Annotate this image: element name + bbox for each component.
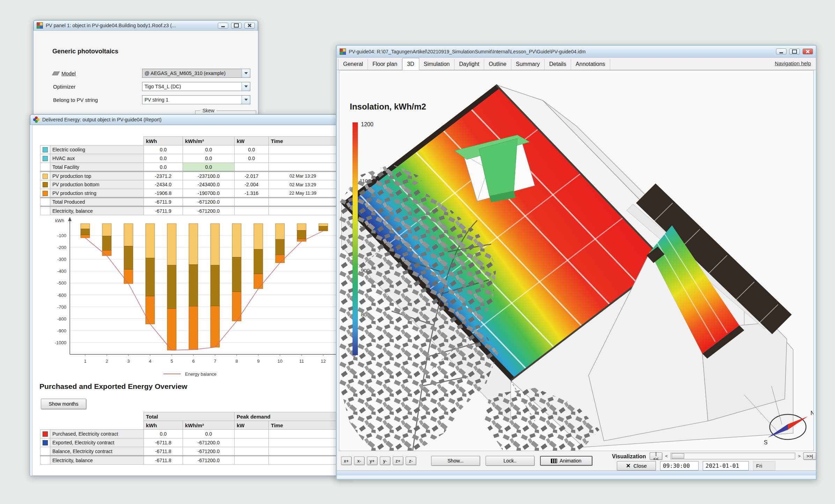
optimizer-label: Optimizer (53, 84, 142, 90)
svg-text:4: 4 (149, 359, 151, 364)
report-icon (33, 116, 39, 123)
report-body: kWh kWh/m² kW Time Electric cooling 0.0 … (32, 125, 350, 476)
tab-floor-plan[interactable]: Floor plan (368, 59, 402, 70)
close-visualization-button[interactable]: ✕ Close (617, 461, 656, 471)
pv-string-combobox[interactable]: PV string 1 (142, 95, 250, 104)
date-field[interactable]: 2021-01-01 (703, 461, 749, 471)
navigation-help-link[interactable]: Navigation help (775, 60, 811, 66)
table-row: PV production string -1906.8 -190700.0 -… (40, 189, 337, 198)
minimize-button[interactable] (776, 48, 786, 54)
model-combobox[interactable]: @ AEGAS_AS_M605_310 (example) (142, 69, 250, 78)
pv-model-icon (52, 72, 60, 75)
animation-button[interactable]: Animation (540, 456, 592, 466)
svg-text:6: 6 (192, 359, 194, 364)
time-next-arrow[interactable]: > (797, 453, 802, 459)
svg-text:S: S (764, 439, 768, 445)
insolation-label: Insolation, kWh/m2 (350, 102, 426, 111)
pv-window-icon (37, 22, 43, 29)
tab-annotations[interactable]: Annotations (571, 59, 610, 70)
chevron-down-icon[interactable] (242, 69, 250, 77)
svg-text:2: 2 (105, 359, 108, 364)
rotate-y-minus-button[interactable]: y- (380, 457, 390, 465)
visualization-panel: Visualization |<< < > >>| ✕ Close 09:30:… (612, 452, 814, 470)
model-label[interactable]: Model (61, 70, 76, 76)
delivered-energy-table: kWh kWh/m² kW Time Electric cooling 0.0 … (40, 136, 337, 215)
series-swatch (43, 440, 48, 445)
window-bottom-border (337, 471, 816, 475)
svg-text:-600: -600 (57, 293, 66, 298)
svg-text:-700: -700 (57, 304, 66, 310)
svg-text:N: N (811, 410, 814, 416)
series-swatch (43, 182, 48, 187)
table-row: Balance, Electricity contract -6711.8 -6… (40, 447, 337, 456)
skew-label: Skew (200, 108, 216, 113)
tab-summary[interactable]: Summary (511, 59, 545, 70)
time-slider-thumb[interactable] (672, 453, 684, 459)
tab-details[interactable]: Details (545, 59, 571, 70)
lock-button[interactable]: Lock.. (486, 456, 534, 466)
delivered-energy-chart: -100-200-300-400-500-600-700-800-900-100… (38, 217, 348, 381)
show-months-button[interactable]: Show months (41, 399, 86, 409)
tabbar: General Floor plan 3D Simulation Dayligh… (337, 58, 816, 70)
svg-text:-200: -200 (57, 245, 66, 250)
time-first-button[interactable]: |<< (650, 452, 662, 460)
3d-scene: 1100 1000 900 800 1200 Insolation, kWh/m… (339, 70, 814, 451)
svg-text:11: 11 (299, 359, 304, 364)
3d-viewport[interactable]: 1100 1000 900 800 1200 Insolation, kWh/m… (339, 70, 814, 451)
svg-text:-900: -900 (57, 328, 66, 333)
time-field[interactable]: 09:30:00 (660, 461, 699, 471)
svg-text:7: 7 (214, 359, 216, 364)
tab-outline[interactable]: Outline (484, 59, 511, 70)
series-swatch (43, 147, 48, 152)
svg-text:12: 12 (321, 359, 326, 364)
time-last-button[interactable]: >>| (803, 452, 816, 460)
main-window-titlebar[interactable]: PV-guide04: R:\07_TagungenArtikel\202109… (337, 46, 816, 58)
rotate-z-plus-button[interactable]: z+ (393, 457, 403, 465)
film-icon (551, 459, 557, 463)
close-button[interactable] (803, 48, 813, 54)
table-header-row: kWh kWh/m² kW Time (40, 137, 337, 145)
close-x-icon: ✕ (626, 462, 630, 469)
show-button[interactable]: Show... (431, 456, 480, 466)
main-window: PV-guide04: R:\07_TagungenArtikel\202109… (336, 45, 817, 480)
tab-simulation[interactable]: Simulation (419, 59, 455, 70)
delivered-energy-window: Delivered Energy: output object in PV-gu… (30, 114, 353, 476)
chevron-down-icon[interactable] (242, 82, 250, 91)
rotate-x-minus-button[interactable]: x- (354, 457, 364, 465)
tab-3d[interactable]: 3D (402, 58, 419, 70)
table-row: Electric cooling 0.0 0.0 0.0 (40, 145, 337, 154)
minimize-button[interactable] (218, 23, 228, 29)
purchased-exported-table: Total Peak demand kWh kWh/m² kW Time Pur… (40, 412, 337, 465)
rotate-y-plus-button[interactable]: y+ (367, 457, 377, 465)
svg-text:-300: -300 (57, 257, 66, 262)
svg-text:-400: -400 (57, 269, 66, 274)
svg-text:8: 8 (235, 359, 238, 364)
table-row: PV production top -2371.2 -237100.0 -2.0… (40, 172, 337, 180)
report-window-title: Delivered Energy: output object in PV-gu… (42, 117, 349, 122)
close-button[interactable] (244, 23, 255, 29)
time-slider[interactable] (671, 453, 795, 459)
svg-text:-800: -800 (57, 316, 66, 322)
series-swatch (43, 156, 48, 161)
time-prev-arrow[interactable]: < (664, 453, 669, 459)
day-label: Fri (753, 461, 775, 471)
maximize-button[interactable] (789, 48, 800, 54)
maximize-button[interactable] (231, 23, 242, 29)
table-row: Total Facility 0.0 0.0 (40, 163, 337, 172)
svg-text:3: 3 (127, 359, 130, 364)
main-window-title: PV-guide04: R:\07_TagungenArtikel\202109… (349, 49, 773, 54)
svg-text:-100: -100 (57, 233, 66, 238)
tab-general[interactable]: General (338, 59, 368, 70)
rotate-x-plus-button[interactable]: x+ (341, 457, 352, 465)
optimizer-combobox[interactable]: Tigo TS4_L (DC) (142, 82, 250, 91)
chevron-down-icon[interactable] (242, 96, 250, 104)
pv-window-titlebar[interactable]: PV panel 1: object in PV-guide04.Buildin… (34, 20, 258, 31)
svg-text:9: 9 (257, 359, 259, 364)
svg-text:10: 10 (278, 359, 282, 364)
tab-daylight[interactable]: Daylight (455, 59, 484, 70)
series-swatch (43, 191, 48, 196)
svg-text:-1000: -1000 (55, 340, 66, 345)
report-window-titlebar[interactable]: Delivered Energy: output object in PV-gu… (30, 114, 352, 125)
rotate-z-minus-button[interactable]: z- (406, 457, 416, 465)
svg-text:Energy balance: Energy balance (185, 371, 216, 377)
